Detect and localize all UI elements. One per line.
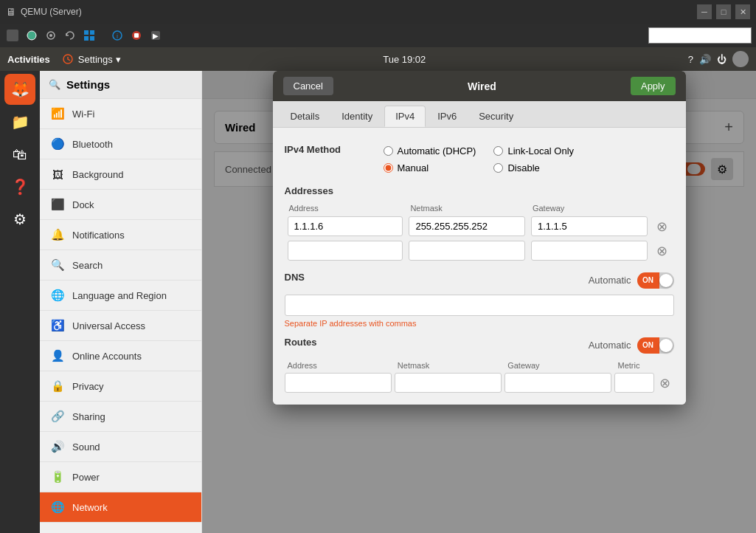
svg-rect-5 (90, 30, 94, 35)
routes-toggle[interactable]: ON (637, 337, 674, 354)
taskbar-icon-stop[interactable] (128, 27, 145, 44)
svg-rect-7 (90, 36, 94, 41)
routes-row1-metric[interactable] (614, 373, 654, 393)
sidebar-search-icon: 🔍 (49, 79, 60, 90)
method-manual-radio[interactable] (384, 163, 393, 173)
system-tray: ? 🔊 ⏻ (688, 51, 749, 67)
addr-row1-gateway[interactable] (531, 216, 648, 236)
routes-row1-netmask[interactable] (395, 373, 502, 393)
sidebar-icon-online-accounts: 👤 (50, 348, 65, 363)
addr-row2-delete[interactable]: ⊗ (653, 242, 671, 260)
sidebar-item-network[interactable]: 🌐Network (40, 492, 201, 523)
method-link-local[interactable]: Link-Local Only (493, 145, 574, 157)
sidebar-item-privacy[interactable]: 🔒Privacy (40, 371, 201, 402)
sidebar-label-search: Search (72, 260, 103, 271)
dns-toggle[interactable]: ON (637, 272, 674, 289)
settings-menu[interactable]: Settings ▾ (62, 53, 121, 65)
sidebar-item-online-accounts[interactable]: 👤Online Accounts (40, 341, 201, 371)
routes-row1-gateway[interactable] (504, 373, 611, 393)
sidebar-item-background[interactable]: 🖼Background (40, 159, 201, 190)
addr-row2-gateway[interactable] (531, 241, 648, 261)
sidebar-icon-privacy: 🔒 (50, 379, 65, 393)
routes-row1-delete[interactable]: ⊗ (656, 374, 673, 392)
sidebar-item-bluetooth[interactable]: 🔵Bluetooth (40, 129, 201, 159)
dock-firefox[interactable]: 🦊 (4, 74, 35, 105)
sidebar-item-notifications[interactable]: 🔔Notifications (40, 220, 201, 250)
routes-toggle-on-part: ON (637, 337, 659, 354)
sidebar-item-sharing[interactable]: 🔗Sharing (40, 402, 201, 432)
dns-toggle-on-part: ON (637, 272, 659, 289)
dialog-tab-details[interactable]: Details (280, 106, 330, 127)
sidebar-icon-bluetooth: 🔵 (50, 137, 65, 151)
dialog-cancel-button[interactable]: Cancel (283, 77, 333, 95)
method-link-local-radio[interactable] (493, 146, 503, 156)
close-button[interactable]: ✕ (735, 4, 750, 19)
taskbar-icon-1[interactable] (4, 27, 21, 44)
addr-row-1: ⊗ (285, 214, 674, 238)
sidebar-item-sound[interactable]: 🔊Sound (40, 432, 201, 462)
dialog-overlay: Cancel Wired Apply DetailsIdentityIPv4IP… (202, 71, 756, 533)
dns-label: DNS (285, 272, 305, 283)
taskbar-icon-gear[interactable] (43, 27, 59, 44)
tray-volume[interactable]: 🔊 (699, 54, 711, 65)
routes-header-row: Routes Automatic ON (285, 337, 674, 354)
method-auto-dhcp[interactable]: Automatic (DHCP) (384, 145, 476, 157)
taskbar-icon-info[interactable]: i (109, 27, 125, 44)
tray-question[interactable]: ? (688, 54, 693, 65)
dock-files[interactable]: 📁 (4, 106, 35, 137)
method-auto-dhcp-radio[interactable] (384, 146, 393, 156)
sidebar-icon-dock: ⬛ (50, 197, 65, 212)
taskbar-search-input[interactable] (648, 27, 752, 44)
addr-row2-netmask[interactable] (409, 241, 525, 261)
dialog-tab-ipv6[interactable]: IPv6 (427, 106, 467, 127)
sidebar-label-privacy: Privacy (72, 381, 104, 392)
dialog-apply-button[interactable]: Apply (631, 77, 676, 95)
sidebar-label-bluetooth: Bluetooth (72, 139, 113, 150)
activities-button[interactable]: Activities (7, 54, 50, 65)
settings-sidebar: 🔍 Settings 📶Wi-Fi🔵Bluetooth🖼Background⬛D… (40, 71, 202, 533)
sidebar-item-universal-access[interactable]: ♿Universal Access (40, 311, 201, 341)
sidebar-icon-background: 🖼 (50, 167, 65, 182)
tray-power[interactable]: ⏻ (717, 54, 726, 65)
sidebar-label-universal-access: Universal Access (72, 320, 145, 331)
addr-row1-address[interactable] (288, 216, 403, 236)
sidebar-item-language[interactable]: 🌐Language and Region (40, 281, 201, 311)
addr-row2-address[interactable] (288, 241, 403, 261)
dock-settings[interactable]: ⚙ (4, 204, 35, 235)
sidebar-label-wifi: Wi-Fi (72, 109, 94, 120)
method-link-local-label: Link-Local Only (507, 145, 574, 157)
dialog-tab-ipv4[interactable]: IPv4 (384, 106, 426, 127)
method-manual[interactable]: Manual (384, 162, 476, 173)
dns-input[interactable] (285, 295, 674, 316)
addresses-section: Addresses Address Netmask Gateway (285, 185, 674, 263)
minimize-button[interactable]: ─ (697, 4, 712, 19)
routes-auto-label: Automatic (589, 340, 631, 351)
sidebar-label-sharing: Sharing (72, 411, 105, 422)
routes-auto-row: Automatic ON (589, 337, 674, 354)
dialog-tab-identity[interactable]: Identity (331, 106, 383, 127)
method-col-2: Link-Local Only Disable (493, 145, 574, 173)
addr-row1-delete[interactable]: ⊗ (653, 218, 671, 235)
taskbar-icon-refresh[interactable] (62, 27, 78, 44)
addr-row1-netmask[interactable] (409, 216, 525, 236)
routes-row1-address[interactable] (285, 373, 392, 393)
dock-help[interactable]: ❓ (4, 171, 35, 202)
svg-point-1 (27, 31, 36, 40)
method-disable-radio[interactable] (493, 163, 503, 173)
dns-hint: Separate IP addresses with commas (285, 319, 674, 328)
taskbar-icon-2[interactable] (24, 27, 40, 44)
sidebar-icon-language: 🌐 (50, 288, 65, 303)
ipv4-method-section: IPv4 Method Automatic (DHCP) (285, 140, 674, 173)
dock-software[interactable]: 🛍 (4, 139, 35, 170)
sidebar-item-power[interactable]: 🔋Power (40, 462, 201, 492)
dialog-tab-security[interactable]: Security (468, 106, 524, 127)
tray-avatar[interactable] (732, 51, 749, 67)
sidebar-item-search[interactable]: 🔍Search (40, 250, 201, 281)
maximize-button[interactable]: □ (716, 4, 731, 19)
method-disable[interactable]: Disable (493, 162, 574, 173)
sidebar-item-wifi[interactable]: 📶Wi-Fi (40, 99, 201, 129)
settings-menu-arrow: ▾ (116, 54, 121, 65)
taskbar-icon-media[interactable]: ▶ (148, 27, 164, 44)
taskbar-icon-windows[interactable] (81, 27, 97, 44)
sidebar-item-dock[interactable]: ⬛Dock (40, 190, 201, 220)
